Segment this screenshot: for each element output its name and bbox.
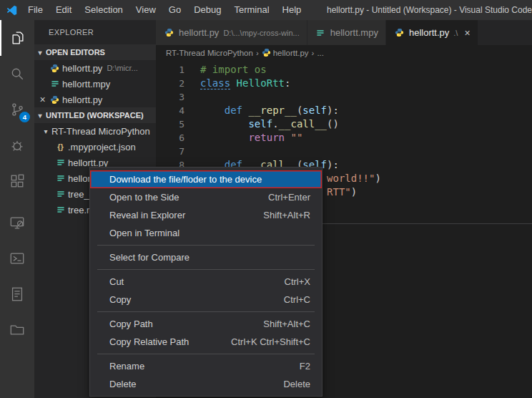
open-editors-list: hellortt.pyD:\micr...hellortt.mpy×hellor…: [34, 60, 156, 107]
menu-item-shortcut: Ctrl+C: [284, 294, 310, 305]
menu-item-shortcut: Ctrl+X: [285, 276, 310, 287]
open-editors-label: OPEN EDITORS: [46, 48, 105, 57]
menu-file[interactable]: File: [21, 0, 49, 20]
file-name: hellortt.py: [62, 94, 102, 105]
menu-item-label: Select for Compare: [109, 252, 189, 263]
tab-label: hellortt.mpy: [330, 27, 378, 38]
titlebar: FileEditSelectionViewGoDebugTerminalHelp…: [0, 0, 532, 20]
activitybar-explorer[interactable]: [0, 20, 34, 56]
activitybar-source-control[interactable]: 4: [0, 92, 34, 127]
output-icon: [9, 286, 25, 302]
line-number: 7: [156, 145, 184, 158]
mpy-file-icon: [54, 190, 66, 198]
breadcrumb: RT-Thread MicroPython›hellortt.py›...: [156, 45, 532, 61]
vscode-logo-icon: [6, 4, 18, 16]
menu-item-shortcut: Shift+Alt+C: [263, 319, 310, 329]
file-name: hellortt.py: [62, 63, 102, 74]
tab-path: .\: [453, 29, 458, 37]
activitybar-extensions[interactable]: [0, 163, 34, 199]
menu-debug[interactable]: Debug: [187, 0, 227, 20]
line-number: 1: [156, 63, 184, 77]
context-menu-item[interactable]: Copy Relative PathCtrl+K Ctrl+Shift+C: [90, 333, 322, 351]
context-menu-item[interactable]: Download the file/floder to the device: [90, 170, 322, 188]
menu-item-label: Delete: [109, 379, 137, 389]
line-number: 4: [156, 104, 184, 117]
explorer-icon: [10, 30, 26, 46]
menu-item-label: Reveal in Explorer: [109, 210, 185, 220]
mpy-file-icon: [315, 29, 327, 37]
menu-selection[interactable]: Selection: [78, 0, 129, 20]
menu-help[interactable]: Help: [276, 0, 308, 20]
line-number: 5: [156, 117, 184, 131]
menu-item-label: Download the file/floder to the device: [109, 174, 262, 185]
context-menu-item[interactable]: Select for Compare: [90, 248, 322, 266]
workspace-header[interactable]: ▾ UNTITLED (WORKSPACE): [34, 107, 156, 123]
line-number: 6: [156, 131, 184, 145]
context-menu-item[interactable]: CutCtrl+X: [90, 273, 322, 291]
editor-tab[interactable]: hellortt.pyD:\...\mpy-cross-win...: [156, 20, 307, 45]
breadcrumb-item[interactable]: hellortt.py: [262, 48, 309, 59]
code-line: 7: [156, 145, 532, 158]
terminal-icon: [9, 251, 25, 266]
open-editor-item[interactable]: hellortt.mpy: [34, 76, 156, 92]
menu-go[interactable]: Go: [162, 0, 187, 20]
open-editor-item[interactable]: ×hellortt.py: [34, 92, 156, 107]
menu-item-label: Copy Path: [109, 319, 153, 329]
breadcrumb-item[interactable]: RT-Thread MicroPython: [166, 49, 253, 57]
python-file-icon: [262, 48, 271, 59]
chevron-down-icon: ▾: [40, 127, 51, 135]
chevron-right-icon: ›: [256, 49, 259, 57]
context-menu-item[interactable]: Copy PathShift+Alt+C: [90, 315, 322, 333]
editor-tab[interactable]: hellortt.mpy: [307, 20, 386, 45]
menu-edit[interactable]: Edit: [49, 0, 78, 20]
python-file-icon: [393, 28, 405, 37]
menu-item-label: Copy Relative Path: [109, 336, 189, 347]
menu-item-shortcut: F2: [300, 361, 310, 372]
extensions-icon: [9, 173, 25, 189]
menu-item-label: Open to the Side: [109, 192, 179, 203]
file-name: hellortt.mpy: [62, 79, 110, 89]
file-name: .mpyproject.json: [68, 142, 136, 152]
menu-view[interactable]: View: [129, 0, 162, 20]
activitybar-output[interactable]: [0, 276, 34, 312]
activitybar-terminal[interactable]: [0, 241, 34, 276]
menubar: FileEditSelectionViewGoDebugTerminalHelp: [21, 0, 307, 20]
close-icon[interactable]: ×: [464, 28, 470, 38]
menu-separator: [97, 245, 315, 246]
workspace-label: UNTITLED (WORKSPACE): [46, 111, 144, 120]
tab-label: hellortt.py: [409, 27, 449, 38]
device-icon: [9, 215, 25, 230]
python-file-icon: [49, 95, 61, 105]
activitybar-folder[interactable]: [0, 312, 34, 348]
open-editor-item[interactable]: hellortt.pyD:\micr...: [34, 60, 156, 76]
activitybar-search[interactable]: [0, 56, 34, 92]
json-file-icon: {}: [54, 142, 66, 151]
tab-label: hellortt.py: [179, 27, 219, 38]
code-line: 1# import os: [156, 63, 532, 77]
open-editors-header[interactable]: ▾ OPEN EDITORS: [34, 44, 156, 60]
tree-folder-rt-thread[interactable]: ▾ RT-Thread MicroPython: [34, 123, 156, 139]
activitybar-debug[interactable]: [0, 127, 34, 163]
activitybar-device[interactable]: [0, 205, 34, 241]
folder-name: RT-Thread MicroPython: [51, 126, 150, 137]
tab-bar: hellortt.pyD:\...\mpy-cross-win...hellor…: [156, 20, 532, 45]
menu-item-shortcut: Shift+Alt+R: [263, 210, 310, 220]
menu-terminal[interactable]: Terminal: [227, 0, 275, 20]
code-line: 4 def __repr__(self):: [156, 104, 532, 117]
menu-item-label: Copy: [109, 294, 131, 305]
context-menu-item[interactable]: RenameF2: [90, 357, 322, 375]
context-menu-item[interactable]: CopyCtrl+C: [90, 291, 322, 309]
mpy-file-icon: [54, 205, 66, 214]
menu-item-label: Rename: [109, 361, 144, 372]
context-menu-item[interactable]: Open to the SideCtrl+Enter: [90, 188, 322, 206]
line-number: 3: [156, 90, 184, 104]
editor-tab[interactable]: hellortt.py.\×: [386, 20, 478, 45]
context-menu-item[interactable]: Reveal in ExplorerShift+Alt+R: [90, 206, 322, 224]
context-menu-item[interactable]: Open in Terminal: [90, 224, 322, 242]
tree-item[interactable]: {}.mpyproject.json: [34, 139, 156, 155]
context-menu: Download the file/floder to the deviceOp…: [89, 167, 322, 397]
close-icon[interactable]: ×: [39, 94, 45, 105]
file-path: D:\micr...: [107, 64, 137, 72]
breadcrumb-item[interactable]: ...: [317, 49, 324, 57]
context-menu-item[interactable]: DeleteDelete: [90, 375, 322, 393]
